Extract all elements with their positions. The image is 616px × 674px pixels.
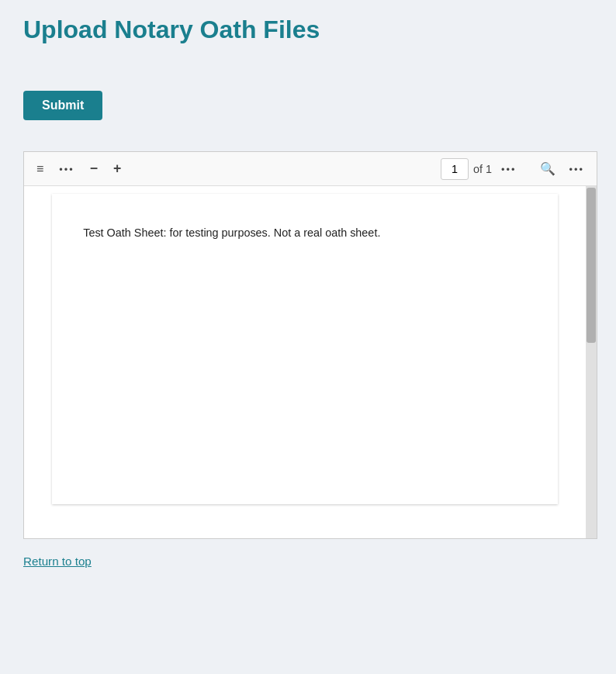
return-to-top-link[interactable]: Return to top: [23, 555, 593, 568]
zoom-in-button[interactable]: +: [109, 157, 126, 180]
page-of-label: of 1: [473, 163, 492, 175]
zoom-out-button[interactable]: −: [85, 157, 102, 180]
sidebar-toggle-button[interactable]: ≡: [32, 159, 48, 179]
toolbar-menu-button[interactable]: [54, 159, 78, 179]
pdf-viewer: ≡ − + of 1 🔍: [23, 151, 597, 539]
page-options-button[interactable]: [497, 159, 521, 179]
scrollbar-thumb[interactable]: [587, 188, 596, 343]
pdf-toolbar: ≡ − + of 1 🔍: [24, 152, 597, 186]
submit-button[interactable]: Submit: [23, 91, 102, 120]
more-options-button[interactable]: [565, 159, 589, 179]
pdf-content-area[interactable]: Test Oath Sheet: for testing purposes. N…: [24, 186, 586, 538]
pdf-text-line: Test Oath Sheet: for testing purposes. N…: [83, 225, 527, 242]
pdf-scrollbar[interactable]: [586, 186, 597, 538]
page-navigation: of 1: [441, 158, 521, 180]
minus-icon: −: [90, 161, 98, 177]
page-title: Upload Notary Oath Files: [23, 16, 593, 44]
list-icon: ≡: [36, 162, 43, 176]
plus-icon: +: [113, 161, 121, 177]
toolbar-dots-icon: [59, 162, 74, 176]
page-dots-icon: [501, 162, 516, 176]
page-number-input[interactable]: [441, 158, 469, 180]
more-options-dots-icon: [569, 162, 584, 176]
toolbar-right: 🔍: [535, 158, 589, 179]
search-button[interactable]: 🔍: [535, 158, 560, 179]
pdf-page: Test Oath Sheet: for testing purposes. N…: [52, 194, 558, 504]
search-icon: 🔍: [540, 161, 555, 176]
